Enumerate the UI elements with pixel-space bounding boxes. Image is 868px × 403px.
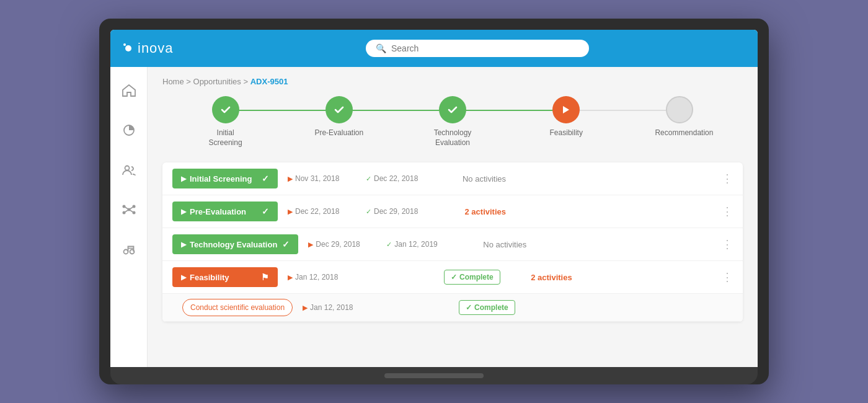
pipeline-step-recommendation[interactable]: Recommendation (623, 96, 737, 138)
svg-line-8 (129, 206, 134, 210)
laptop-base (110, 367, 758, 384)
search-container: 🔍 (212, 40, 743, 57)
chevron-icon: ▶ (181, 241, 186, 249)
search-icon: 🔍 (376, 43, 386, 53)
flag-icon-feasibility: ⚑ (261, 272, 269, 282)
laptop-base-inner (384, 373, 484, 378)
chevron-icon: ▶ (181, 208, 186, 216)
stage-activities-tech-eval: No activities (464, 240, 526, 249)
sidebar-item-contacts[interactable] (118, 159, 140, 181)
stage-label-feasibility: Feasibility (190, 273, 229, 282)
stage-activities-initial-screening: No activities (444, 174, 506, 184)
stage-end-pre-evaluation: ✓ Dec 29, 2018 (366, 207, 434, 216)
breadcrumb-opportunities[interactable]: Opportunities (193, 77, 241, 86)
breadcrumb: Home > Opportunities > ADX-9501 (162, 77, 743, 86)
search-box[interactable]: 🔍 (366, 40, 589, 57)
step-label-recommendation: Recommendation (655, 128, 704, 138)
step-label-tech-eval: TechnologyEvaluation (434, 128, 472, 148)
stage-label-pre-evaluation: Pre-Evaluation (190, 207, 246, 216)
step-circle-feasibility (552, 96, 580, 123)
sidebar-item-network[interactable] (118, 198, 140, 221)
content-area: Home > Opportunities > ADX-9501 InitialS… (148, 67, 758, 367)
svg-point-1 (125, 166, 129, 170)
stage-btn-feasibility[interactable]: ▶ Feasibility ⚑ (172, 267, 278, 287)
stage-list: ▶ Initial Screening ✓ ▶ Nov 31, 2018 ✓ D… (162, 162, 743, 322)
pipeline-step-tech-eval[interactable]: TechnologyEvaluation (396, 96, 509, 148)
step-circle-recommendation (666, 96, 693, 123)
stage-row-tech-eval: ▶ Technology Evaluation ✓ ▶ Dec 29, 2018… (162, 228, 743, 261)
complete-badge-feasibility[interactable]: ✓ Complete (444, 270, 500, 285)
more-icon-tech-eval[interactable]: ⋮ (722, 237, 733, 251)
complete-badge-scientific[interactable]: ✓ Complete (459, 300, 515, 315)
stage-label-initial-screening: Initial Screening (190, 174, 252, 184)
search-input[interactable] (391, 43, 579, 53)
app-name: inova (138, 40, 174, 56)
sidebar-item-media[interactable] (118, 238, 140, 260)
step-circle-tech-eval (439, 96, 466, 123)
chevron-icon: ▶ (181, 273, 186, 281)
sidebar-item-analytics[interactable] (118, 119, 140, 141)
svg-point-11 (123, 250, 128, 254)
main-layout: Home > Opportunities > ADX-9501 InitialS… (110, 67, 758, 367)
stage-btn-tech-eval[interactable]: ▶ Technology Evaluation ✓ (172, 234, 298, 254)
step-circle-initial-screening (212, 96, 239, 123)
check-icon-initial-screening: ✓ (262, 174, 269, 184)
stage-activities-feasibility: 2 activities (510, 273, 572, 282)
stage-label-tech-eval: Technology Evaluation (190, 240, 277, 249)
more-icon-initial-screening[interactable]: ⋮ (722, 172, 733, 185)
stage-end-tech-eval: ✓ Jan 12, 2019 (386, 240, 454, 249)
app-header: inova 🔍 (110, 30, 758, 67)
more-icon-feasibility[interactable]: ⋮ (722, 270, 733, 284)
sub-task-btn-scientific[interactable]: Conduct scientific evaluation (182, 299, 293, 316)
check-icon-complete1: ✓ (451, 273, 457, 281)
stage-row-initial-screening: ▶ Initial Screening ✓ ▶ Nov 31, 2018 ✓ D… (162, 162, 743, 195)
stage-start-feasibility: ▶ Jan 12, 2018 (288, 273, 356, 281)
sub-task-start-scientific: ▶ Jan 12, 2018 (303, 303, 371, 312)
more-icon-pre-evaluation[interactable]: ⋮ (722, 205, 733, 218)
breadcrumb-sep1: > (186, 77, 193, 86)
sidebar-item-home[interactable] (118, 79, 140, 102)
laptop-screen: inova 🔍 (110, 30, 758, 367)
svg-line-10 (129, 210, 134, 213)
stage-end-initial-screening: ✓ Dec 22, 2018 (366, 174, 434, 183)
step-label-feasibility: Feasibility (550, 128, 583, 138)
logo: inova (125, 40, 200, 56)
check-icon-pre-evaluation: ✓ (262, 206, 269, 216)
pipeline: InitialScreening Pre-Evaluation Technolo… (162, 96, 743, 148)
breadcrumb-home[interactable]: Home (162, 77, 184, 86)
stage-btn-initial-screening[interactable]: ▶ Initial Screening ✓ (172, 169, 278, 188)
pipeline-step-pre-evaluation[interactable]: Pre-Evaluation (282, 96, 396, 138)
stage-row-feasibility: ▶ Feasibility ⚑ ▶ Jan 12, 2018 ✓ C (162, 261, 743, 294)
stage-start-initial-screening: ▶ Nov 31, 2018 (288, 174, 356, 183)
check-icon-complete2: ✓ (466, 303, 472, 312)
chevron-icon: ▶ (181, 175, 186, 183)
laptop-shell: inova 🔍 (99, 19, 769, 384)
breadcrumb-sep2: > (243, 77, 250, 86)
check-icon-tech-eval: ✓ (282, 239, 290, 249)
step-circle-pre-evaluation (326, 96, 353, 123)
sub-task-label-scientific: Conduct scientific evaluation (190, 303, 285, 312)
sub-task-row-scientific: Conduct scientific evaluation ▶ Jan 12, … (162, 294, 743, 322)
breadcrumb-current: ADX-9501 (250, 77, 288, 86)
pipeline-step-feasibility[interactable]: Feasibility (510, 96, 623, 138)
svg-line-7 (124, 206, 129, 210)
stage-row-pre-evaluation: ▶ Pre-Evaluation ✓ ▶ Dec 22, 2018 ✓ Dec … (162, 195, 743, 228)
step-label-pre-evaluation: Pre-Evaluation (314, 128, 363, 138)
logo-dot (125, 45, 131, 51)
stage-activities-pre-evaluation: 2 activities (444, 207, 506, 216)
stage-start-tech-eval: ▶ Dec 29, 2018 (308, 240, 376, 249)
sidebar (110, 67, 148, 367)
svg-line-9 (124, 210, 129, 213)
step-label-initial-screening: InitialScreening (209, 128, 242, 148)
stage-start-pre-evaluation: ▶ Dec 22, 2018 (288, 207, 356, 216)
pipeline-step-initial-screening[interactable]: InitialScreening (169, 96, 282, 148)
stage-btn-pre-evaluation[interactable]: ▶ Pre-Evaluation ✓ (172, 202, 278, 221)
